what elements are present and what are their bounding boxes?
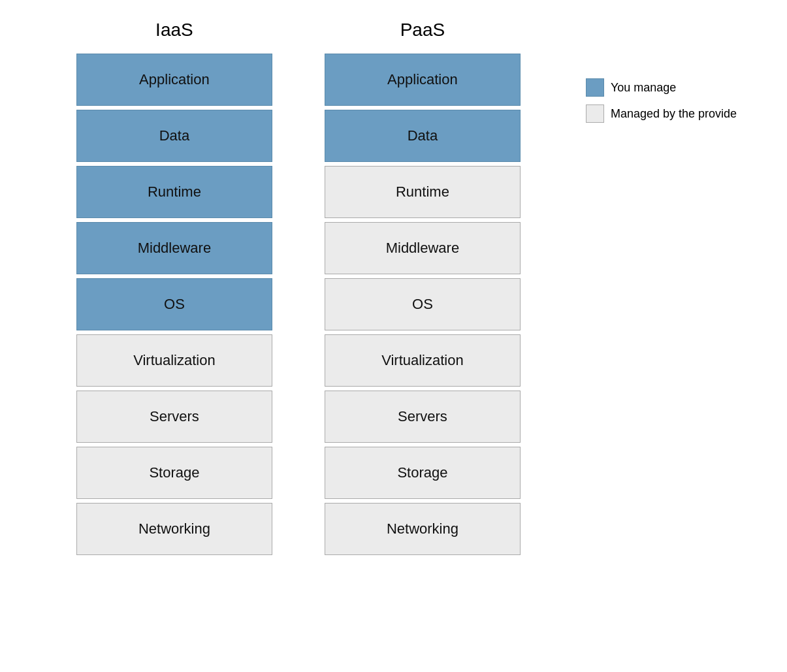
paas-layer-middleware: Middleware [325,222,521,274]
paas-title: PaaS [400,20,445,40]
iaas-layer-data: Data [76,110,272,162]
iaas-column: IaaS ApplicationDataRuntimeMiddlewareOSV… [76,20,272,555]
paas-layer-runtime: Runtime [325,166,521,218]
iaas-stack: ApplicationDataRuntimeMiddlewareOSVirtua… [76,54,272,555]
paas-layer-os: OS [325,278,521,330]
legend-box-gray [586,104,604,123]
iaas-layer-servers: Servers [76,391,272,443]
paas-column: PaaS ApplicationDataRuntimeMiddlewareOSV… [325,20,521,555]
legend-item-blue: You manage [586,78,737,97]
iaas-layer-os: OS [76,278,272,330]
iaas-title: IaaS [155,20,193,40]
iaas-layer-runtime: Runtime [76,166,272,218]
legend-item-gray: Managed by the provide [586,104,737,123]
iaas-layer-networking: Networking [76,503,272,555]
iaas-layer-virtualization: Virtualization [76,334,272,387]
diagram-container: IaaS ApplicationDataRuntimeMiddlewareOSV… [50,20,737,555]
legend-label-blue: You manage [611,81,676,95]
paas-layer-networking: Networking [325,503,521,555]
paas-layer-data: Data [325,110,521,162]
legend: You manageManaged by the provide [586,78,737,123]
legend-label-gray: Managed by the provide [611,107,737,121]
iaas-layer-storage: Storage [76,447,272,499]
paas-layer-servers: Servers [325,391,521,443]
legend-box-blue [586,78,604,97]
paas-layer-application: Application [325,54,521,106]
iaas-layer-middleware: Middleware [76,222,272,274]
paas-stack: ApplicationDataRuntimeMiddlewareOSVirtua… [325,54,521,555]
paas-layer-storage: Storage [325,447,521,499]
paas-layer-virtualization: Virtualization [325,334,521,387]
iaas-layer-application: Application [76,54,272,106]
